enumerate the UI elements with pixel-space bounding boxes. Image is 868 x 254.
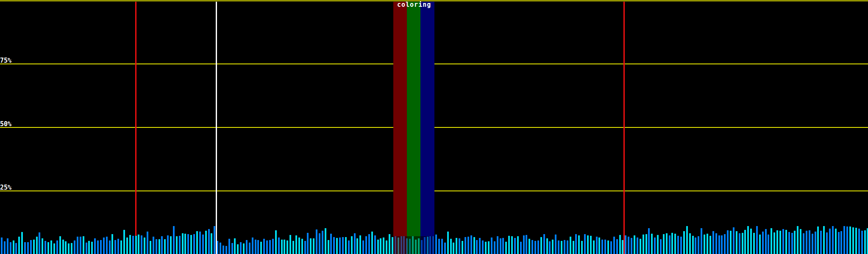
band-overlay-red xyxy=(393,236,407,254)
histogram-bar xyxy=(21,232,23,254)
histogram-bar xyxy=(584,234,586,254)
histogram-bar xyxy=(438,239,440,254)
histogram-bar xyxy=(712,231,714,254)
histogram-bar xyxy=(823,226,825,254)
histogram-bar xyxy=(476,240,478,254)
histogram-bar xyxy=(622,240,623,254)
histogram-bar xyxy=(333,237,335,254)
band-overlay-green xyxy=(407,236,420,254)
histogram-bar xyxy=(692,236,694,254)
histogram-bar xyxy=(508,236,510,254)
histogram-bar xyxy=(249,243,250,254)
histogram-bar xyxy=(514,238,516,254)
histogram-bar xyxy=(669,235,670,254)
histogram-bar xyxy=(141,235,142,254)
histogram-bar xyxy=(71,243,72,254)
histogram-bar xyxy=(502,238,504,254)
histogram-bar xyxy=(686,226,688,254)
histogram-bar xyxy=(205,231,207,254)
histogram-bar xyxy=(520,242,522,254)
histogram-bar xyxy=(383,237,384,254)
histogram-bar xyxy=(747,226,749,254)
histogram-bar xyxy=(62,240,64,254)
histogram-bar xyxy=(272,239,274,254)
histogram-bar xyxy=(546,238,548,254)
histogram-bar xyxy=(511,236,513,254)
histogram-bar xyxy=(234,238,236,254)
histogram-bar xyxy=(549,241,551,254)
histogram-bar xyxy=(298,237,300,254)
histogram-bar xyxy=(803,233,804,254)
band-blue xyxy=(420,2,434,236)
histogram-bar xyxy=(47,242,49,254)
histogram-bar xyxy=(336,238,338,254)
histogram-bar xyxy=(263,239,265,254)
histogram-bar xyxy=(348,240,350,254)
histogram-bar xyxy=(120,240,122,254)
histogram-bar xyxy=(106,237,108,254)
histogram-bar xyxy=(36,237,38,254)
histogram-bar xyxy=(246,240,248,254)
histogram-bar xyxy=(465,237,466,254)
histogram-bar xyxy=(441,239,443,254)
histogram-bar xyxy=(779,231,781,254)
histogram-bar xyxy=(184,234,186,254)
histogram-bar xyxy=(619,235,621,254)
histogram-bar xyxy=(858,229,860,254)
event-marker-red xyxy=(623,2,625,254)
histogram-bar xyxy=(491,237,492,254)
histogram-bar xyxy=(223,246,224,254)
histogram-bar xyxy=(500,238,501,254)
histogram-bar xyxy=(83,236,84,254)
histogram-bar xyxy=(447,232,449,254)
band-green xyxy=(407,2,420,236)
histogram-bar xyxy=(587,235,589,254)
histogram-bar xyxy=(861,231,863,254)
histogram-bar xyxy=(526,235,527,254)
histogram-bar xyxy=(45,241,46,254)
histogram-bar xyxy=(147,232,148,254)
usage-graph: coloring 75%50%25% xyxy=(0,0,868,254)
histogram-bar xyxy=(788,232,790,254)
histogram-bar xyxy=(111,234,113,254)
histogram-bar xyxy=(768,235,769,254)
histogram-bar xyxy=(114,240,116,254)
histogram-bar xyxy=(269,240,271,254)
histogram-bar xyxy=(643,235,644,254)
histogram-bar xyxy=(214,226,215,254)
histogram-bar xyxy=(159,239,160,254)
histogram-bar xyxy=(196,231,198,254)
histogram-bar xyxy=(660,239,662,254)
histogram-bar xyxy=(459,238,460,254)
histogram-bar xyxy=(564,240,565,254)
histogram-bar xyxy=(817,226,819,254)
histogram-bar xyxy=(727,230,729,254)
y-axis-label: 50% xyxy=(0,121,11,127)
histogram-bar xyxy=(187,234,189,254)
histogram-bar xyxy=(287,240,288,254)
histogram-bar xyxy=(50,240,52,254)
histogram-bar xyxy=(257,240,259,254)
histogram-bar xyxy=(637,237,638,254)
histogram-bar xyxy=(53,243,55,254)
histogram-bar xyxy=(709,236,711,254)
histogram-bar xyxy=(855,228,857,254)
histogram-bar xyxy=(558,240,559,254)
histogram-bar xyxy=(65,241,67,254)
histogram-bar xyxy=(30,240,32,254)
histogram-bar xyxy=(610,241,612,254)
histogram-bar xyxy=(88,241,90,254)
histogram-bar xyxy=(211,233,212,254)
histogram-bar xyxy=(730,231,732,254)
histogram-bar xyxy=(281,240,283,254)
gridline-horizontal xyxy=(0,0,868,1)
histogram-bar xyxy=(199,232,201,254)
histogram-bar xyxy=(59,236,61,254)
histogram-bar xyxy=(645,234,647,254)
histogram-bar xyxy=(666,233,668,254)
histogram-bar xyxy=(42,238,43,254)
histogram-bar xyxy=(707,234,708,254)
histogram-bar xyxy=(161,236,163,254)
histogram-bar xyxy=(135,236,137,254)
histogram-bar xyxy=(838,232,840,254)
